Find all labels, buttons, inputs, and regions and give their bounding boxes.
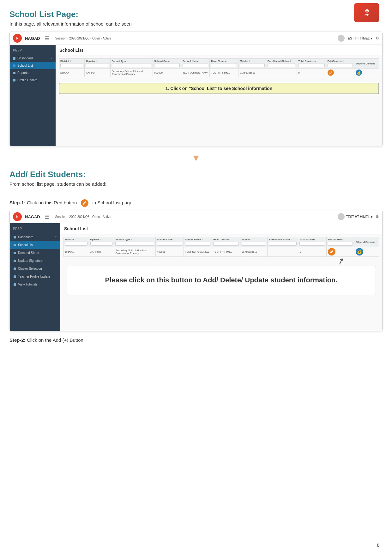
section-add-edit: Add/ Edit Students: From school list pag… [0,163,392,195]
sidebar-label-profile-1: Profile Update [17,78,37,82]
dropdown-arrow-icon-2[interactable]: ▾ [371,215,372,219]
col-total-students-1: Total Students ↕ [297,59,326,69]
brand-icon: ◎ [365,8,369,13]
filter-head-teacher-1[interactable] [211,63,237,67]
screenshot-frame-1: N NAGAD ☰ Session - 2020-2021/Q3 - Open … [9,32,383,146]
sidebar2-item-signature[interactable]: Update Signature [10,257,60,265]
sidebar-2: PESP Dashboard ▾ School List Demand Shee… [10,223,60,331]
filter2-school-code[interactable] [157,242,182,246]
cell-district-1: DHAKA [59,69,85,77]
section-school-list: School List Page: In this page, all rele… [0,0,392,156]
school-list-header-1: School List [56,45,382,56]
cell-head-teacher-1: TEST HT HIMEL [210,69,238,77]
sidebar2-item-schoollist[interactable]: School List [10,241,60,249]
col-edit-student-1: Edit/Student ↕ [326,59,354,69]
cell2-head-teacher: TEST HT HIMEL [212,247,240,257]
hamburger-icon-1[interactable]: ☰ [45,35,49,41]
filter-school-code-1[interactable] [154,63,180,67]
sidebar2-item-tutorials[interactable]: View Tutorials [10,280,60,288]
filter-total-1[interactable] [298,63,324,67]
sort-icon: ↕ [249,60,250,63]
sidebar2-item-cluster[interactable]: Cluster Selection [10,265,60,273]
step1-red-button[interactable]: 🖊 [81,199,88,207]
col2-stipend: Stipend Demand ↕ [354,237,379,247]
section-subtitle-2: From school list page, students can be a… [9,181,383,187]
col2-upazila: Upazila ↕ [89,237,114,247]
hamburger-icon-2[interactable]: ☰ [45,214,49,220]
col2-total: Total Student ↕ [298,237,326,247]
brand-name: নগদ [365,13,369,17]
sidebar-1: PESP Dashboard ▾ School List Reports Pro… [10,45,56,146]
sidebar2-item-dashboard[interactable]: Dashboard ▾ [10,233,60,241]
filter2-enrollment[interactable] [269,242,297,246]
sidebar2-label-demand: Demand Sheet [18,251,39,255]
cell2-district: DHAKA [64,247,89,257]
col2-school-name: School Name ↕ [184,237,212,247]
filter-enrollment-1[interactable] [268,63,296,67]
sidebar2-item-demand[interactable]: Demand Sheet [10,249,60,257]
filter-upazila-1[interactable] [86,63,109,67]
filter2-upazila[interactable] [90,242,113,246]
filter2-head-teacher[interactable] [213,242,239,246]
sidebar-dot-profile-1 [13,79,15,81]
app-logo-1: N [13,34,22,43]
stipend-demand-button-2[interactable]: 💰 [356,248,363,256]
filter2-district[interactable] [65,242,87,246]
cell-mobile-1: 01756235618 [238,69,266,77]
sidebar2-label-tutorials: View Tutorials [18,283,38,286]
school-list-title-1: School List [59,48,83,53]
sidebar-pesp-2: PESP [10,226,60,233]
filter-school-type-1[interactable] [112,63,152,67]
settings-icon-2[interactable]: ⚙ [376,214,379,219]
user-avatar-1 [338,35,345,42]
dropdown-arrow-icon[interactable]: ▾ [371,37,372,40]
table-wrapper-1: District ↕ Upazila ↕ School Type ↕ Schoo… [56,56,382,80]
school-table-2: District ↕ Upazila ↕ School Type ↕ Schoo… [63,237,379,257]
large-message-text: Please click on this button to Add/ Dele… [76,275,366,285]
school-list-title-2: School List [64,226,88,231]
cell-edit-1: 🖊 [326,69,354,77]
filter2-total[interactable] [299,242,325,246]
cell2-stipend: 💰 [354,247,379,257]
stipend-demand-button-1[interactable]: 💰 [356,69,362,76]
sort-icon: ↕ [170,60,172,63]
section-heading-1: School List Page: [9,9,383,19]
edit-student-button-1[interactable]: 🖊 [328,69,334,76]
edit-btn-container-2: 🖊 [328,248,353,256]
col-stipend-1: Stipend Demand ↕ [354,59,379,69]
sidebar-label-dashboard-1: Dashboard [17,57,33,60]
filter2-school-type[interactable] [115,242,154,246]
sidebar-label-reports-1: Reports [17,71,28,75]
school-list-header-2: School List [60,223,382,234]
sidebar-item-dashboard-1[interactable]: Dashboard ▾ [10,55,56,62]
large-message-box: Please click on this button to Add/ Dele… [67,266,376,295]
filter-mobile-1[interactable] [240,63,264,67]
settings-icon-1[interactable]: ⚙ [376,36,379,40]
filter2-edit[interactable] [328,242,353,246]
filter2-school-name[interactable] [185,242,210,246]
cell-school-name-1: TEST SCHOOL, NAW [181,69,209,77]
cell-upazila-1: AARPUR [85,69,110,77]
app-logo-2: N [13,212,22,221]
sidebar2-item-teacher-profile[interactable]: Teacher Profile Update [10,273,60,280]
sort-icon: ↕ [290,60,291,63]
col-upazila-1: Upazila ↕ [85,59,110,69]
sort-icon: ↕ [317,60,318,63]
sidebar-item-reports-1[interactable]: Reports [10,69,56,76]
sidebar-item-profile-1[interactable]: Profile Update [10,76,56,84]
filter-school-name-1[interactable] [183,63,208,67]
sidebar2-dot-schoollist [14,244,16,246]
sort-icon: ↕ [95,60,97,63]
app-layout-2: PESP Dashboard ▾ School List Demand Shee… [10,223,382,331]
step2-text-container: Step-2: Click on the Add (+) Button [0,334,392,349]
step1-text-container: Step-1: Click on this Red button 🖊 in Sc… [9,199,383,207]
edit-student-button-2[interactable]: 🖊 [328,248,335,256]
sidebar2-dot-dashboard [14,236,16,238]
col2-edit: Edit/Student ↕ [326,237,354,247]
filter-edit-1[interactable] [328,63,353,67]
sidebar-item-schoollist-1[interactable]: School List [10,62,56,69]
filter-district-1[interactable] [60,63,83,67]
table-wrapper-2: District ↕ Upazila ↕ School Type ↕ Schoo… [60,234,382,259]
section-heading-2: Add/ Edit Students: [9,170,383,179]
filter2-mobile[interactable] [242,242,266,246]
